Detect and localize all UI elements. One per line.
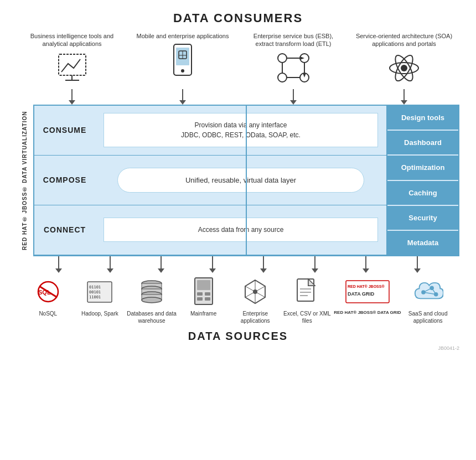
svg-text:RED HAT® JBOSS®: RED HAT® JBOSS®: [348, 285, 385, 288]
mainframe-icon: [188, 277, 219, 307]
svg-marker-17: [300, 56, 304, 60]
source-db: Databases and data warehouse: [126, 277, 178, 324]
svg-point-9: [278, 54, 287, 63]
src-arrow-7: [363, 256, 369, 274]
btn-metadata[interactable]: Metadata: [387, 231, 458, 255]
left-label: RED HAT® JBOSS® DATA VIRTUALIZATION: [17, 105, 33, 256]
src-arrow-5: [260, 256, 267, 274]
source-label-enterprise: Enterprise applications: [229, 310, 281, 324]
svg-point-36: [142, 297, 162, 303]
connect-row: CONNECT Access data from any source: [34, 205, 386, 255]
center-line: [246, 106, 247, 255]
source-label-db: Databases and data warehouse: [126, 310, 178, 324]
src-arrow-6: [312, 256, 318, 274]
svg-text:00101: 00101: [89, 290, 101, 294]
connect-label: CONNECT: [34, 205, 95, 255]
svg-text:11001: 11001: [89, 295, 101, 299]
arrow-down-4: [401, 89, 407, 105]
consumer-label-bi: Business intelligence tools and analytic…: [23, 32, 121, 48]
source-hadoop: 01101 00101 11001 Hadoop, Spark: [74, 277, 126, 324]
source-nosql: SQL NoSQL: [22, 277, 74, 324]
source-label-cloud: SaaS and cloud applications: [402, 310, 454, 324]
svg-point-19: [401, 65, 407, 71]
source-label-mainframe: Mainframe: [190, 310, 216, 317]
svg-point-47: [253, 290, 257, 294]
connect-white-box: Access data from any source: [104, 218, 378, 242]
source-enterprise: Enterprise applications: [229, 277, 281, 324]
svg-rect-38: [197, 280, 210, 290]
source-label-nosql: NoSQL: [39, 310, 57, 317]
reference-text: JB0041-2: [17, 345, 459, 351]
compose-row: COMPOSE Unified, reusable, virtual data …: [34, 156, 386, 205]
source-arrows: [17, 256, 459, 274]
consumer-item-etl: Enterprise service bus (ESB), extract tr…: [245, 32, 342, 85]
svg-point-57: [430, 286, 434, 291]
btn-dashboard[interactable]: Dashboard: [387, 131, 458, 156]
soa-icon: [387, 51, 421, 85]
src-arrow-3: [158, 256, 164, 274]
consume-white-box: Provision data via any interface JDBC, O…: [104, 113, 378, 147]
sources-row: SQL NoSQL 01101 00101 11001 Hadoop, Spar…: [17, 277, 459, 324]
etl-icon: [277, 51, 310, 85]
btn-caching[interactable]: Caching: [387, 181, 458, 206]
svg-text:01101: 01101: [89, 285, 101, 290]
nosql-icon: SQL: [33, 277, 63, 307]
blue-box: CONSUME Provision data via any interface…: [33, 105, 459, 256]
right-panel: Design tools Dashboard Optimization Cach…: [386, 106, 458, 255]
consumer-arrows: [17, 89, 459, 105]
top-title: DATA CONSUMERS: [173, 11, 303, 25]
main-diagram: RED HAT® JBOSS® DATA VIRTUALIZATION CONS…: [17, 105, 459, 256]
consumer-item-mobile: Mobile and enterprise applications: [134, 32, 231, 85]
enterprise-icon: [240, 277, 271, 307]
svg-point-11: [278, 73, 287, 82]
svg-point-5: [181, 69, 184, 73]
source-mainframe: Mainframe: [178, 277, 230, 324]
source-label-datagrid: RED HAT® JBOSS® DATA GRID: [334, 310, 401, 316]
cloud-icon: [413, 277, 443, 307]
svg-text:SQL: SQL: [38, 289, 51, 296]
svg-text:DATA GRID: DATA GRID: [348, 291, 375, 297]
consumer-item-soa: Service-oriented architecture (SOA) appl…: [355, 32, 453, 85]
source-files: Excel, CSV or XML files: [281, 277, 333, 324]
source-label-files: Excel, CSV or XML files: [281, 310, 333, 324]
svg-rect-39: [197, 292, 203, 296]
arrow-down-2: [179, 89, 186, 105]
hadoop-icon: 01101 00101 11001: [85, 277, 115, 307]
mobile-icon: [166, 43, 199, 76]
btn-design-tools[interactable]: Design tools: [387, 106, 458, 131]
src-arrow-8: [414, 256, 421, 274]
consumer-label-mobile: Mobile and enterprise applications: [137, 32, 229, 40]
svg-rect-41: [197, 297, 203, 301]
bi-icon: [55, 51, 89, 85]
connect-content: Access data from any source: [95, 205, 386, 255]
src-arrow-1: [55, 256, 62, 274]
consumer-item-bi: Business intelligence tools and analytic…: [23, 32, 121, 85]
btn-optimization[interactable]: Optimization: [387, 156, 458, 180]
compose-content: Unified, reusable, virtual data layer: [95, 156, 386, 205]
source-datagrid: RED HAT® JBOSS® DATA GRID RED HAT® JBOSS…: [333, 277, 402, 324]
svg-marker-18: [303, 73, 306, 77]
source-cloud: SaaS and cloud applications: [402, 277, 454, 324]
btn-security[interactable]: Security: [387, 206, 458, 231]
consume-row: CONSUME Provision data via any interface…: [34, 106, 386, 156]
svg-rect-0: [59, 54, 86, 75]
bottom-title: DATA SOURCES: [188, 330, 288, 343]
compose-oval: Unified, reusable, virtual data layer: [117, 168, 364, 193]
svg-rect-42: [205, 297, 210, 301]
consumer-label-soa: Service-oriented architecture (SOA) appl…: [355, 32, 453, 48]
svg-rect-40: [205, 292, 210, 296]
consumers-row: Business intelligence tools and analytic…: [17, 32, 459, 85]
arrow-down-3: [290, 89, 297, 105]
compose-label: COMPOSE: [34, 156, 95, 205]
files-icon: [292, 277, 322, 307]
arrow-down-1: [69, 89, 75, 105]
src-arrow-4: [209, 256, 216, 274]
consumer-label-etl: Enterprise service bus (ESB), extract tr…: [245, 32, 342, 48]
datagrid-icon: RED HAT® JBOSS® DATA GRID: [345, 277, 390, 307]
consume-content: Provision data via any interface JDBC, O…: [95, 106, 386, 155]
source-label-hadoop: Hadoop, Spark: [81, 310, 118, 317]
consume-label: CONSUME: [34, 106, 95, 155]
db-icon: [136, 277, 167, 307]
src-arrow-2: [107, 256, 113, 274]
